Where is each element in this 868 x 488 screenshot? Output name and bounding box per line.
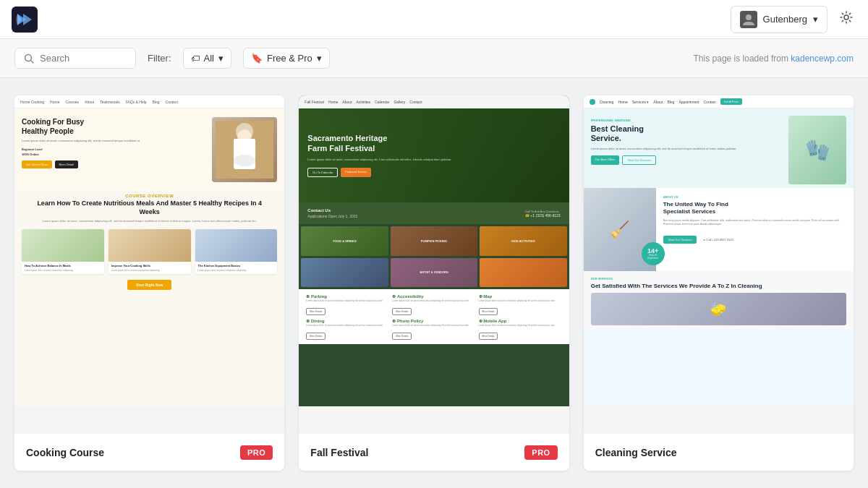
cleaning-service-footer: Cleaning Service bbox=[584, 433, 854, 471]
cooking-course-mockup: Home Cooking Home Courses About Testimon… bbox=[14, 95, 284, 406]
cooking-hero: Cooking For BusyHealthy People Lorem ips… bbox=[14, 108, 284, 188]
cleaning-nav: Cleaning Home Services ▾ About Blog Appo… bbox=[584, 95, 854, 108]
gutenberg-button[interactable]: Gutenberg ▾ bbox=[731, 6, 827, 33]
toolbar-info: This page is loaded from kadencewp.com bbox=[694, 53, 854, 64]
search-input[interactable] bbox=[40, 53, 127, 64]
toolbar: Filter: 🏷 All ▾ 🔖 Free & Pro ▾ This page… bbox=[0, 39, 868, 78]
all-filter-label: All bbox=[204, 53, 214, 64]
cleaning-hero-image: 🧤 bbox=[788, 116, 846, 184]
svg-point-9 bbox=[236, 123, 253, 140]
fall-festival-mockup: Fall Festival Home About Activities Cale… bbox=[299, 95, 569, 406]
svg-point-3 bbox=[844, 15, 848, 20]
info-link[interactable]: kadencewp.com bbox=[791, 53, 854, 64]
chevron-down-icon: ▾ bbox=[218, 53, 224, 64]
svg-point-4 bbox=[25, 54, 32, 61]
gutenberg-avatar bbox=[740, 11, 757, 28]
cleaning-service-mockup: Cleaning Home Services ▾ About Blog Appo… bbox=[584, 95, 854, 406]
festival-nav: Fall Festival Home About Activities Cale… bbox=[299, 95, 569, 108]
settings-button[interactable] bbox=[836, 7, 856, 31]
festival-hero: Sacramento HeritageFarm Fall Festival Lo… bbox=[299, 108, 569, 202]
cooking-pro-badge: PRO bbox=[240, 445, 273, 460]
fall-festival-title: Fall Festival bbox=[310, 447, 368, 458]
cooking-nav: Home Cooking Home Courses About Testimon… bbox=[14, 95, 284, 108]
bookmark-icon: 🔖 bbox=[251, 53, 263, 64]
fall-festival-preview: Fall Festival Home About Activities Cale… bbox=[299, 95, 569, 433]
cleaning-section3: Our Services Get Satisfied With The Serv… bbox=[584, 271, 854, 329]
svg-point-10 bbox=[234, 155, 255, 166]
info-text: This page is loaded from bbox=[694, 53, 788, 64]
main-content: Home Cooking Home Courses About Testimon… bbox=[0, 78, 868, 488]
cooking-course-preview: Home Cooking Home Courses About Testimon… bbox=[14, 95, 284, 433]
cooking-course-card[interactable]: Home Cooking Home Courses About Testimon… bbox=[14, 95, 284, 471]
topbar-right: Gutenberg ▾ bbox=[731, 6, 856, 33]
cleaning-service-preview: Cleaning Home Services ▾ About Blog Appo… bbox=[584, 95, 854, 433]
cleaning-service-title: Cleaning Service bbox=[595, 447, 677, 458]
fall-festival-card[interactable]: Fall Festival Home About Activities Cale… bbox=[299, 95, 569, 471]
gutenberg-label: Gutenberg bbox=[763, 14, 807, 25]
free-pro-label: Free & Pro bbox=[267, 53, 312, 64]
cleaning-service-card[interactable]: Cleaning Home Services ▾ About Blog Appo… bbox=[584, 95, 854, 471]
chevron-down-icon: ▾ bbox=[317, 53, 322, 64]
tag-icon: 🏷 bbox=[191, 53, 200, 64]
logo bbox=[12, 7, 38, 33]
cooking-course-title: Cooking Course bbox=[26, 447, 104, 458]
festival-info-bar: Contact Us Applications Open July 1, 202… bbox=[299, 202, 569, 224]
filter-label: Filter: bbox=[148, 53, 171, 64]
topbar: Gutenberg ▾ bbox=[0, 0, 868, 39]
cleaning-section2: 🧹 14+ Years OfExperience About Us The Un… bbox=[584, 188, 854, 271]
cleaning-hero: Professional Sanitizing Best CleaningSer… bbox=[584, 108, 854, 188]
all-filter-button[interactable]: 🏷 All ▾ bbox=[183, 48, 231, 69]
festival-info-section: ⊕ Parking Lorem ipsum dolor sit amet con… bbox=[299, 289, 569, 344]
chevron-down-icon: ▾ bbox=[813, 14, 818, 25]
festival-photos: Food & Drinks Pumpkin Picking Kids Activ… bbox=[299, 224, 569, 289]
fall-festival-pro-badge: PRO bbox=[524, 445, 557, 460]
free-pro-button[interactable]: 🔖 Free & Pro ▾ bbox=[243, 48, 330, 69]
svg-point-2 bbox=[746, 14, 752, 20]
cooking-card-footer: Cooking Course PRO bbox=[14, 433, 284, 471]
search-icon bbox=[24, 53, 34, 64]
cooking-hero-image bbox=[212, 117, 277, 182]
search-box[interactable] bbox=[14, 48, 136, 69]
fall-festival-footer: Fall Festival PRO bbox=[299, 433, 569, 471]
